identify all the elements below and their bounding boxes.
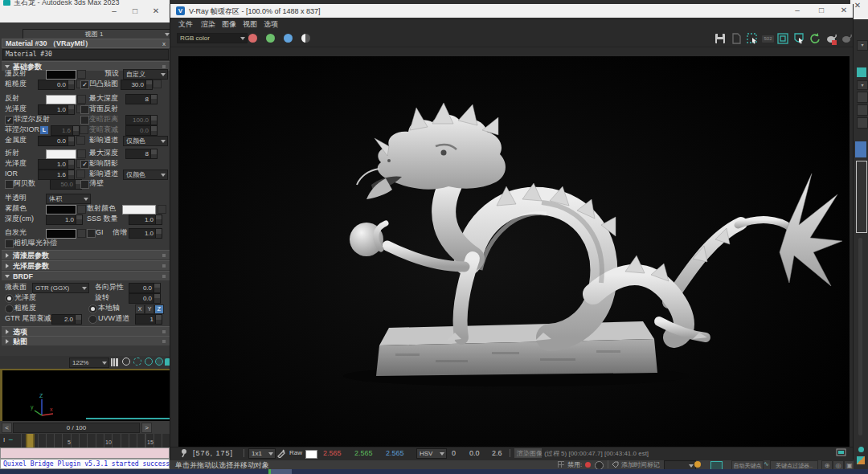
dim-distance-field[interactable]: 100.0	[125, 115, 151, 125]
time-tag-icon[interactable]	[612, 461, 619, 468]
uvw-radio[interactable]	[88, 315, 97, 324]
fog-map-slot[interactable]	[77, 205, 86, 214]
hsv-dropdown[interactable]: HSV	[416, 448, 447, 459]
alpha-channel-icon[interactable]	[301, 34, 310, 43]
refract-color-swatch[interactable]	[46, 149, 76, 159]
zoom-region-icon[interactable]	[133, 358, 141, 366]
self-illum-swatch[interactable]	[46, 229, 76, 239]
bump-field[interactable]: 30.0	[121, 80, 146, 90]
fresnel-ior-lock-button[interactable]: L	[40, 126, 48, 134]
fresnel-checkbox[interactable]	[5, 116, 14, 125]
microfacet-dropdown[interactable]: GTR (GGX)	[32, 283, 89, 293]
gtr-tail-field[interactable]: 2.0	[51, 314, 76, 325]
green-channel-icon[interactable]	[266, 34, 275, 43]
clear-image-icon[interactable]	[730, 32, 743, 45]
render-image[interactable]	[178, 56, 850, 447]
vfb-minimize-button[interactable]: –	[791, 5, 804, 16]
metalness-field[interactable]: 0.0	[38, 136, 68, 146]
dim-distance-checkbox[interactable]	[80, 116, 89, 125]
trackbar-mode-icon[interactable]: I	[3, 436, 5, 443]
panel-button-2[interactable]	[857, 104, 868, 116]
duplicate-to-host-icon[interactable]	[776, 32, 789, 45]
local-axis-radio[interactable]	[88, 304, 97, 313]
panel-scroll-thumb[interactable]	[855, 141, 866, 157]
translucency-dropdown[interactable]: 体积	[46, 194, 91, 204]
zoom-level-dropdown[interactable]: 122%	[69, 358, 109, 368]
fresnel-ior-field[interactable]: 1.6	[51, 125, 73, 136]
track-bar[interactable]: I ∼ 5 10 15	[0, 434, 171, 447]
color-picker-icon[interactable]	[276, 448, 286, 458]
dim-falloff-field[interactable]: 0.0	[125, 125, 151, 136]
thin-walled-checkbox[interactable]	[80, 180, 89, 189]
color-mode-label[interactable]: Raw	[289, 449, 302, 456]
windows-taskbar[interactable]	[0, 469, 868, 474]
panel-dropdown-icon[interactable]: ▾	[857, 40, 868, 51]
diffuse-color-swatch[interactable]	[46, 70, 76, 80]
gi-checkbox[interactable]	[87, 229, 96, 238]
panel-color-swatch[interactable]	[857, 67, 866, 77]
material-name-field[interactable]: Material #30	[2, 49, 169, 60]
vfb-close-button[interactable]: ✕	[837, 5, 850, 16]
time-tag-label[interactable]: 添加时间标记	[621, 460, 660, 469]
rollout-coat[interactable]: 清漆层参数	[2, 250, 170, 259]
vfb-maximize-button[interactable]: □	[815, 5, 828, 16]
axis-x-button[interactable]: X	[135, 304, 145, 314]
panel-dropdown2-icon[interactable]: ▾	[857, 80, 868, 90]
roughness-radio[interactable]	[5, 304, 14, 313]
sss-amount-field[interactable]: 1.0	[129, 215, 156, 225]
refract-max-depth-field[interactable]: 8	[125, 149, 151, 159]
bump-map-slot[interactable]	[153, 80, 162, 88]
multiplier-field[interactable]: 1.0	[129, 228, 156, 239]
panel-button-3[interactable]	[857, 117, 868, 129]
scatter-map-slot[interactable]	[158, 205, 166, 214]
refract-glossiness-field[interactable]: 1.0	[38, 159, 68, 170]
axis-z-button[interactable]: Z	[154, 304, 164, 314]
diffuse-map-slot[interactable]	[77, 70, 86, 79]
rollout-options[interactable]: 选项	[2, 326, 170, 336]
camera-exposure-checkbox[interactable]	[5, 239, 14, 248]
rollout-maps[interactable]: 贴图	[2, 336, 170, 345]
vfb-monitor-icon[interactable]	[836, 448, 846, 458]
refract-map-slot[interactable]	[77, 149, 86, 158]
affect-shadows-checkbox[interactable]	[80, 160, 89, 169]
taskbar-active-app[interactable]	[271, 469, 292, 474]
panel-scrollbar[interactable]	[858, 238, 862, 435]
key-icon[interactable]	[694, 461, 701, 468]
stereo-icon[interactable]: 502	[762, 35, 774, 43]
pixel-pin-icon[interactable]	[180, 448, 190, 458]
glossiness-field[interactable]: 1.0	[38, 104, 68, 115]
listener-log-line[interactable]: Quixel Bridge Plugin v5.3.1 started succ…	[0, 459, 170, 469]
zoom-extents-all-icon[interactable]	[155, 358, 163, 366]
render-icon[interactable]	[840, 32, 853, 45]
rollout-sheen[interactable]: 光泽层参数	[2, 260, 170, 270]
bump-checkbox[interactable]	[80, 80, 89, 89]
save-image-icon[interactable]	[714, 32, 727, 45]
pan-icon[interactable]	[111, 358, 118, 366]
viewport[interactable]: Z x y	[0, 369, 171, 421]
red-channel-icon[interactable]	[248, 34, 257, 43]
record-dot-icon[interactable]	[585, 462, 591, 468]
uvw-channel-field[interactable]: 1	[135, 314, 156, 325]
rotation-field[interactable]: 0.0	[129, 293, 154, 304]
abbe-field[interactable]: 50.0	[50, 179, 76, 190]
region-render-icon[interactable]	[746, 32, 759, 45]
max-close-button[interactable]: ✕	[149, 6, 162, 17]
depth-field[interactable]: 1.0	[46, 215, 76, 225]
backside-checkbox[interactable]	[80, 105, 89, 114]
scatter-color-swatch[interactable]	[122, 205, 156, 215]
blue-channel-icon[interactable]	[284, 34, 293, 43]
glossiness-radio[interactable]	[5, 294, 14, 303]
max-depth-field[interactable]: 8	[125, 94, 151, 104]
maxscript-mini-listener[interactable]	[0, 447, 170, 459]
max-close-button-right[interactable]: ✕	[852, 0, 863, 11]
fog-color-swatch[interactable]	[46, 205, 76, 215]
pixel-ratio-dropdown[interactable]: 1x1	[248, 448, 276, 459]
frame-counter[interactable]: 0 / 100	[13, 423, 140, 433]
self-illum-map-slot[interactable]	[77, 229, 86, 238]
fresnel-ior-map-slot[interactable]	[80, 125, 88, 134]
reflect-color-swatch[interactable]	[46, 95, 76, 104]
zoom-icon[interactable]	[122, 358, 130, 366]
panel-button-1[interactable]	[857, 92, 868, 103]
preset-dropdown[interactable]: 自定义	[123, 69, 168, 80]
material-header-close-icon[interactable]: x	[162, 39, 166, 48]
